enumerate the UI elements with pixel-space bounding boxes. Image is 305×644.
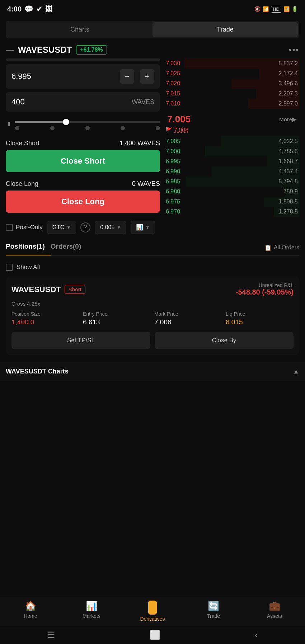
pos-liq-label: Liq Price	[226, 311, 294, 317]
help-icon[interactable]: ?	[80, 222, 90, 232]
more-label: More	[279, 116, 292, 122]
tab-charts[interactable]: Charts	[7, 22, 152, 37]
gtc-label: GTC	[52, 224, 65, 231]
all-orders-label: All Orders	[274, 244, 299, 251]
nav-derivatives[interactable]: ≡ Derivatives	[138, 601, 167, 622]
chart-type-select[interactable]: 📊 ▼	[131, 221, 155, 234]
price-plus-button[interactable]: +	[140, 69, 154, 84]
close-short-amount: 1,400 WAVES	[119, 140, 160, 147]
pos-entry-label: Entry Price	[83, 311, 151, 317]
ask-row-1: 7.030 5,837.2	[164, 58, 299, 69]
options-row: Post-Only GTC ▼ ? 0.005 ▼ 📊 ▼	[6, 221, 160, 234]
pos-pnl-label: Unrealized P&L	[236, 282, 294, 288]
pos-size-cell: Position Size 1,400.0	[11, 311, 79, 326]
bid-price-5: 6.985	[166, 178, 180, 185]
wifi-icon: 📶	[263, 6, 269, 12]
position-card: WAVESUSDT Short Unrealized P&L -548.80 (…	[6, 277, 299, 355]
dash-icon: —	[6, 45, 14, 55]
show-all-label: Show All	[17, 264, 40, 271]
mid-price-value: 7.005	[167, 114, 191, 125]
show-all-checkbox[interactable]	[6, 264, 13, 271]
home-button[interactable]: ⬜	[150, 630, 160, 640]
ask-row-5: 7.010 2,597.0	[164, 99, 299, 109]
gtc-select[interactable]: GTC ▼	[47, 221, 76, 234]
positions-section: Positions(1) Orders(0) 📋 All Orders Show…	[0, 234, 305, 355]
tab-bar: Charts Trade	[6, 21, 299, 38]
nav-assets-label: Assets	[267, 613, 282, 619]
close-long-info: Close Long 0 WAVES	[6, 177, 160, 191]
ask-row-2: 7.025 2,172.4	[164, 69, 299, 79]
top-bar-indicator	[6, 58, 160, 61]
ask-price-1: 7.030	[166, 60, 180, 67]
markets-icon: 📊	[86, 601, 97, 612]
nav-home[interactable]: 🏠 Home	[16, 601, 45, 622]
signal-icon: 📶	[283, 6, 290, 12]
pos-mark-cell: Mark Price 7.008	[154, 311, 222, 326]
bid-row-5: 6.985 5,794.8	[164, 177, 299, 187]
flag-price: 🚩 7.008	[166, 127, 298, 133]
value-label: 0.005	[100, 224, 114, 231]
symbol-label: WAVESUSDT	[18, 45, 72, 55]
price-input-row: 6.995 − +	[6, 64, 160, 89]
value-select[interactable]: 0.005 ▼	[95, 221, 126, 234]
bid-price-2: 7.000	[166, 148, 180, 155]
tab-positions[interactable]: Positions(1)	[6, 240, 51, 255]
more-button[interactable]: More ▶	[279, 116, 296, 123]
nav-markets-label: Markets	[83, 613, 100, 619]
close-long-button[interactable]: Close Long	[6, 191, 160, 213]
check-icon: ✔	[36, 5, 42, 13]
mute-icon: 🔇	[254, 6, 261, 12]
price-value: 6.995	[11, 72, 31, 81]
close-short-info: Close Short 1,400 WAVES	[6, 137, 160, 150]
bid-price-8: 6.970	[166, 208, 180, 215]
value-arrow-icon: ▼	[117, 225, 121, 230]
pos-grid: Position Size 1,400.0 Entry Price 6.613 …	[11, 311, 294, 326]
pos-pnl: Unrealized P&L -548.80 (-59.05%)	[236, 282, 294, 296]
close-short-label: Close Short	[6, 140, 39, 147]
bid-price-7: 6.975	[166, 198, 180, 205]
derivatives-icon: ≡	[148, 601, 156, 615]
order-book-bids: 7.005 4,022.5 7.000 4,785.3 6.995 1,668.…	[164, 136, 299, 217]
bid-price-3: 6.995	[166, 158, 180, 165]
set-tpsl-button[interactable]: Set TP/SL	[11, 332, 150, 349]
ask-price-2: 7.025	[166, 70, 180, 77]
bid-price-6: 6.980	[166, 188, 180, 195]
nav-derivatives-label: Derivatives	[140, 616, 165, 622]
back-button[interactable]: ‹	[255, 630, 258, 640]
charts-title: WAVESUSDT Charts	[6, 368, 69, 375]
spacer	[0, 381, 305, 446]
ask-row-4: 7.015 2,207.3	[164, 89, 299, 99]
chart-arrow-icon: ▼	[145, 225, 150, 230]
post-only-checkbox[interactable]: Post-Only	[6, 224, 43, 231]
nav-markets[interactable]: 📊 Markets	[77, 601, 106, 622]
close-short-button[interactable]: Close Short	[6, 150, 160, 172]
flag-icon: 🚩	[166, 127, 173, 133]
all-orders-button[interactable]: 📋 All Orders	[264, 244, 299, 251]
order-book-asks: 7.030 5,837.2 7.025 2,172.4 7.020 3,496.…	[164, 58, 299, 109]
close-by-button[interactable]: Close By	[155, 332, 294, 349]
more-button[interactable]: •••	[289, 45, 299, 55]
nav-trade-label: Trade	[207, 613, 220, 619]
nav-assets[interactable]: 💼 Assets	[260, 601, 289, 622]
gtc-arrow-icon: ▼	[66, 225, 71, 230]
battery-icon: 🔋	[292, 6, 298, 12]
post-only-check-box[interactable]	[6, 224, 13, 231]
pos-symbol: WAVESUSDT	[11, 285, 61, 294]
flag-price-value: 7.008	[174, 127, 188, 133]
menu-button[interactable]: ☰	[47, 630, 55, 640]
pos-size-label: Position Size	[11, 311, 79, 317]
chart-type-icon: 📊	[136, 224, 143, 231]
charts-section[interactable]: WAVESUSDT Charts ▲	[0, 362, 305, 381]
bid-row-1: 7.005 4,022.5	[164, 136, 299, 146]
left-panel: 6.995 − + 400 WAVES ⏸	[6, 58, 160, 234]
status-bar: 4:00 💬 ✔ 🖼 🔇 📶 HD 📶 🔋	[0, 0, 305, 18]
tab-orders[interactable]: Orders(0)	[51, 240, 87, 255]
close-long-amount: 0 WAVES	[132, 180, 160, 188]
nav-trade[interactable]: 🔄 Trade	[199, 601, 228, 622]
assets-icon: 💼	[269, 601, 280, 612]
price-minus-button[interactable]: −	[120, 69, 134, 84]
tab-trade[interactable]: Trade	[152, 22, 298, 37]
pos-badge: Short	[65, 285, 85, 294]
show-all-row: Show All	[6, 261, 299, 277]
quantity-unit: WAVES	[132, 98, 154, 106]
